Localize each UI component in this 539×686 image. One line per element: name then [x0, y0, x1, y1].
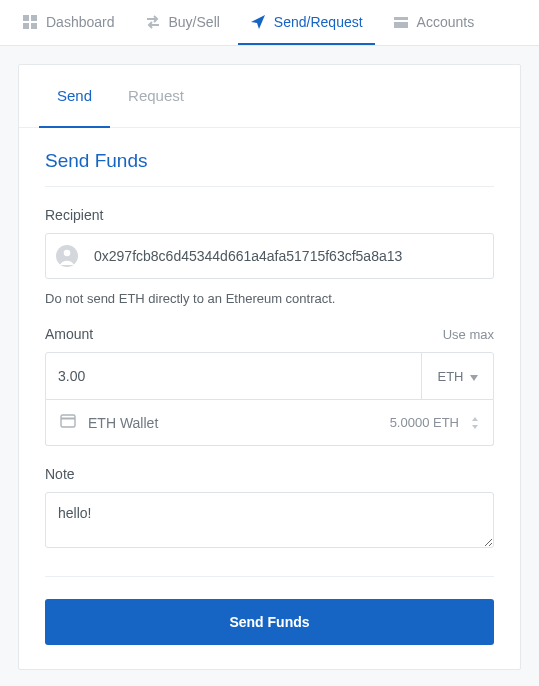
recipient-label: Recipient: [45, 207, 103, 223]
svg-rect-8: [61, 415, 75, 427]
nav-label: Accounts: [417, 14, 475, 30]
divider: [45, 576, 494, 577]
dashboard-icon: [22, 14, 38, 30]
svg-rect-1: [31, 15, 37, 21]
amount-input[interactable]: [46, 354, 421, 398]
nav-buysell[interactable]: Buy/Sell: [133, 0, 232, 45]
amount-label: Amount: [45, 326, 93, 342]
amount-input-wrap: ETH: [45, 352, 494, 400]
svg-rect-5: [394, 22, 408, 28]
wallet-selector[interactable]: ETH Wallet 5.0000 ETH: [45, 400, 494, 446]
nav-sendrequest[interactable]: Send/Request: [238, 0, 375, 45]
recipient-warning: Do not send ETH directly to an Ethereum …: [45, 291, 494, 306]
caret-down-icon: [470, 369, 478, 384]
svg-rect-0: [23, 15, 29, 21]
nav-label: Buy/Sell: [169, 14, 220, 30]
svg-rect-9: [61, 418, 75, 420]
send-funds-button[interactable]: Send Funds: [45, 599, 494, 645]
amount-field: Amount Use max ETH ETH: [45, 326, 494, 446]
page-body: Send Request Send Funds Recipient Do not…: [0, 46, 539, 686]
svg-rect-2: [23, 23, 29, 29]
note-input[interactable]: [45, 492, 494, 548]
accounts-icon: [393, 14, 409, 30]
svg-rect-3: [31, 23, 37, 29]
sort-icon: [471, 417, 479, 429]
recipient-input[interactable]: [82, 234, 493, 278]
top-nav: Dashboard Buy/Sell Send/Request Accounts: [0, 0, 539, 46]
tab-send[interactable]: Send: [39, 65, 110, 128]
tab-request[interactable]: Request: [110, 65, 202, 128]
exchange-icon: [145, 14, 161, 30]
nav-accounts[interactable]: Accounts: [381, 0, 487, 45]
wallet-name: ETH Wallet: [88, 415, 378, 431]
wallet-balance: 5.0000 ETH: [390, 415, 459, 430]
nav-dashboard[interactable]: Dashboard: [10, 0, 127, 45]
card-tabs: Send Request: [19, 65, 520, 128]
recipient-field: Recipient Do not send ETH directly to an…: [45, 207, 494, 306]
svg-point-7: [64, 250, 71, 257]
send-card: Send Request Send Funds Recipient Do not…: [18, 64, 521, 670]
nav-label: Send/Request: [274, 14, 363, 30]
nav-label: Dashboard: [46, 14, 115, 30]
use-max-link[interactable]: Use max: [443, 327, 494, 342]
currency-selector[interactable]: ETH: [421, 353, 493, 399]
svg-rect-4: [394, 17, 408, 20]
note-field: Note: [45, 466, 494, 552]
currency-code: ETH: [438, 369, 464, 384]
avatar-icon: [56, 245, 78, 267]
wallet-icon: [60, 414, 76, 431]
note-label: Note: [45, 466, 75, 482]
recipient-input-wrap[interactable]: [45, 233, 494, 279]
section-title: Send Funds: [45, 150, 494, 187]
send-icon: [250, 14, 266, 30]
